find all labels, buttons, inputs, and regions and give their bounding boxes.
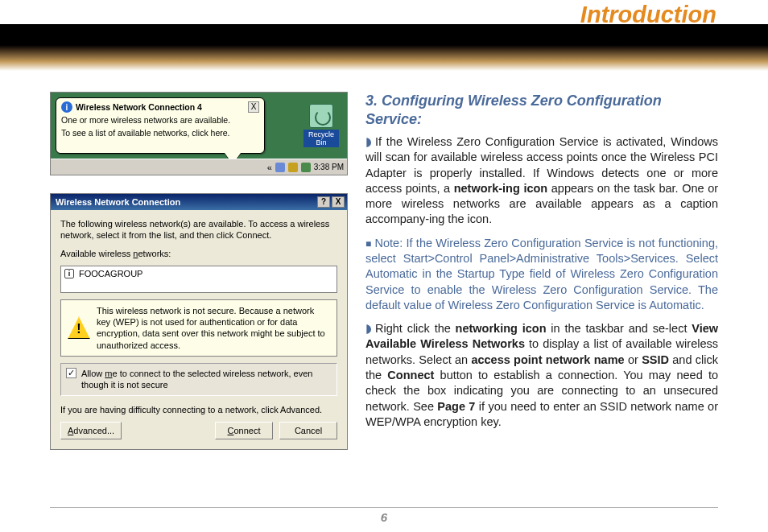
bullet-icon: ◗: [365, 322, 372, 335]
paragraph-1: ◗If the Wireless Zero Configuration Serv…: [365, 134, 718, 228]
allow-connect-checkbox-row[interactable]: ✓ Allow me to connect to the selected wi…: [60, 363, 337, 396]
balloon-line2: To see a list of available networks, cli…: [61, 128, 259, 138]
taskbar: « 3:38 PM: [51, 159, 347, 175]
dialog-button-row: Advanced... Connect Cancel: [60, 422, 337, 439]
access-point-icon: i: [64, 269, 74, 278]
cancel-button[interactable]: Cancel: [279, 422, 337, 439]
dialog-close-button[interactable]: X: [332, 196, 345, 208]
allow-connect-checkbox[interactable]: ✓: [66, 368, 76, 378]
section-heading: 3. Configuring Wireless Zero Configurati…: [365, 92, 718, 128]
allow-connect-label: Allow me to connect to the selected wire…: [81, 368, 332, 391]
left-column: i Wireless Network Connection 4 X One or…: [50, 92, 348, 505]
taskbar-clock: 3:38 PM: [314, 163, 344, 171]
dialog-intro-text: The following wireless network(s) are av…: [60, 218, 337, 241]
warning-icon: [68, 316, 90, 339]
header-band: [0, 24, 768, 71]
tray-icon-2[interactable]: [288, 163, 298, 172]
advanced-button[interactable]: Advanced...: [60, 422, 122, 439]
page-number: 6: [0, 510, 768, 524]
balloon-close-button[interactable]: X: [248, 101, 259, 113]
tray-network-icon[interactable]: [301, 163, 311, 172]
info-icon: i: [61, 101, 72, 113]
screenshot-wireless-dialog: Wireless Network Connection ? X The foll…: [50, 193, 348, 450]
tray-chevron-icon[interactable]: «: [267, 163, 272, 172]
access-point-name: FOOCAGROUP: [79, 269, 142, 278]
paragraph-2: ◗Right click the networking icon in the …: [365, 321, 718, 430]
note-paragraph: ■Note: If the Wireless Zero Configuratio…: [365, 236, 718, 313]
dialog-body: The following wireless network(s) are av…: [51, 210, 347, 449]
dialog-help-button[interactable]: ?: [317, 196, 330, 208]
available-networks-label: Available wireless networks:: [60, 248, 337, 259]
connect-button[interactable]: Connect: [215, 422, 273, 439]
bullet-icon: ◗: [365, 135, 372, 148]
balloon-line1: One or more wireless networks are availa…: [61, 115, 259, 125]
recycle-label: Recycle Bin: [303, 130, 339, 147]
dialog-title-text: Wireless Network Connection: [56, 197, 180, 207]
dialog-advice-text: If you are having difficulty connecting …: [60, 404, 337, 415]
square-icon: ■: [365, 238, 372, 250]
networks-listbox[interactable]: i FOOCAGROUP: [60, 266, 337, 293]
dialog-titlebar: Wireless Network Connection ? X: [51, 194, 347, 210]
recycle-icon: [309, 104, 333, 128]
recycle-bin[interactable]: Recycle Bin: [303, 104, 339, 148]
footer-line: [50, 507, 718, 508]
content: i Wireless Network Connection 4 X One or…: [50, 92, 718, 505]
notification-balloon[interactable]: i Wireless Network Connection 4 X One or…: [56, 97, 265, 154]
tray-icon-1[interactable]: [275, 163, 285, 172]
security-warning-text: This wireless network is not secure. Bec…: [97, 305, 330, 351]
balloon-title: Wireless Network Connection 4: [76, 102, 245, 112]
security-warning-box: This wireless network is not secure. Bec…: [60, 299, 337, 357]
right-column: 3. Configuring Wireless Zero Configurati…: [365, 92, 718, 505]
screenshot-tray-balloon: i Wireless Network Connection 4 X One or…: [50, 92, 348, 175]
